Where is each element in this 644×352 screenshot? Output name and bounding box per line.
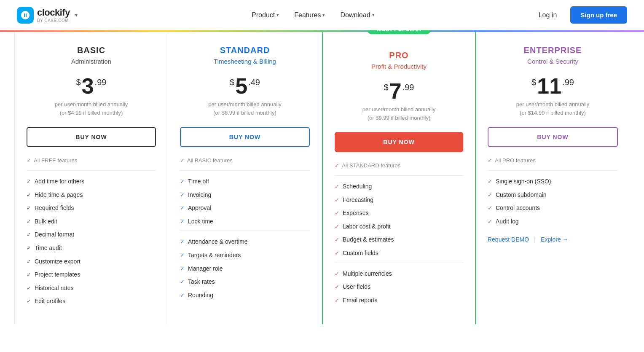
- explore-link[interactable]: Explore →: [541, 236, 568, 243]
- pro-price-main: 7: [389, 80, 402, 102]
- nav-download-label: Download: [340, 11, 370, 19]
- pro-feature-list1: ✓ Scheduling ✓ Forecasting ✓ Expenses ✓ …: [335, 183, 463, 258]
- basic-price-main: 3: [82, 75, 94, 97]
- main-content: BASIC Administration $ 3 .99 per user/mo…: [0, 32, 644, 341]
- pro-billing: per user/month billed annually (or $9.99…: [335, 105, 463, 122]
- list-item: ✓ Audit log: [488, 218, 618, 226]
- feature-label: Control accounts: [496, 204, 540, 212]
- enterprise-billing-line1: per user/month billed annually: [516, 101, 589, 107]
- list-item: ✓ Email reports: [335, 296, 463, 305]
- signup-button[interactable]: Sign up free: [570, 6, 627, 24]
- pro-includes-label: All STANDARD features: [342, 162, 400, 169]
- standard-billing-line2: (or $6.99 if billed monthly): [213, 110, 276, 116]
- list-item: ✓ Customize export: [27, 258, 156, 266]
- check-icon: ✓: [27, 204, 31, 212]
- check-icon: ✓: [180, 178, 185, 185]
- check-icon: ✓: [335, 297, 339, 304]
- enterprise-divider: [488, 170, 618, 171]
- list-item: ✓ Custom fields: [335, 249, 463, 258]
- standard-buy-button[interactable]: BUY NOW: [180, 127, 310, 147]
- list-item: ✓ Historical rates: [27, 284, 156, 293]
- feature-label: Customize export: [35, 258, 80, 266]
- list-item: ✓ Invoicing: [180, 191, 310, 199]
- enterprise-links: Request DEMO | Explore →: [488, 236, 618, 243]
- list-item: ✓ Add time for others: [27, 177, 156, 186]
- main-nav: Product ▾ Features ▾ Download ▾: [94, 8, 532, 22]
- nav-features[interactable]: Features ▾: [287, 8, 332, 22]
- list-item: ✓ User fields: [335, 283, 463, 291]
- list-item: ✓ Lock time: [180, 218, 310, 226]
- list-item: ✓ Bulk edit: [27, 218, 156, 226]
- basic-billing: per user/month billed annually (or $4.99…: [27, 100, 156, 117]
- basic-price-cents: .99: [95, 78, 107, 87]
- enterprise-buy-button[interactable]: BUY NOW: [488, 127, 618, 147]
- feature-label: Time audit: [35, 244, 62, 253]
- nav-product[interactable]: Product ▾: [245, 8, 286, 22]
- feature-label: Approval: [188, 204, 211, 212]
- standard-divider2: [180, 231, 310, 231]
- list-item: ✓ Hide time & pages: [27, 191, 156, 199]
- enterprise-plan-subtitle: Control & Security: [488, 58, 618, 65]
- list-item: ✓ Approval: [180, 204, 310, 212]
- logo[interactable]: clockify BY CAKE.COM ▾: [17, 7, 78, 24]
- basic-plan-name: BASIC: [27, 46, 156, 55]
- feature-label: Forecasting: [343, 196, 373, 204]
- list-item: ✓ Control accounts: [488, 204, 618, 212]
- basic-buy-button[interactable]: BUY NOW: [27, 127, 156, 147]
- pro-billing-line1: per user/month billed annually: [362, 106, 435, 113]
- standard-plan-subtitle: Timesheeting & Billing: [180, 58, 310, 65]
- pro-divider1: [335, 175, 463, 176]
- feature-label: Expenses: [343, 209, 368, 218]
- logo-chevron: ▾: [75, 12, 78, 18]
- check-icon: ✓: [488, 191, 492, 199]
- pro-plan-subtitle: Profit & Productivity: [335, 63, 463, 70]
- login-button[interactable]: Log in: [532, 8, 564, 22]
- check-icon: ✓: [335, 250, 339, 257]
- check-icon: ✓: [335, 283, 339, 291]
- check-icon: ✓: [335, 270, 339, 278]
- navbar-actions: Log in Sign up free: [532, 6, 627, 24]
- check-icon: ✓: [180, 238, 185, 246]
- enterprise-price-main: 11: [537, 75, 561, 97]
- list-item: ✓ Attendance & overtime: [180, 238, 310, 246]
- enterprise-billing: per user/month billed annually (or $14.9…: [488, 100, 618, 117]
- enterprise-feature-list: ✓ Single sign-on (SSO) ✓ Custom subdomai…: [488, 177, 618, 226]
- request-demo-link[interactable]: Request DEMO: [488, 236, 529, 243]
- check-icon: ✓: [180, 218, 185, 226]
- basic-billing-line1: per user/month billed annually: [55, 101, 128, 107]
- feature-label: Audit log: [496, 218, 518, 226]
- check-icon: ✓: [180, 204, 185, 212]
- pro-plan-name: PRO: [335, 51, 463, 60]
- check-icon: ✓: [27, 258, 31, 266]
- logo-sub: BY CAKE.COM: [37, 18, 70, 23]
- feature-label: Hide time & pages: [35, 191, 83, 199]
- nav-download-chevron: ▾: [372, 12, 375, 18]
- feature-label: Time off: [188, 177, 209, 186]
- pro-includes-check: ✓: [335, 162, 339, 169]
- enterprise-includes-check: ✓: [488, 157, 492, 164]
- feature-label: Task rates: [188, 278, 215, 286]
- basic-billing-line2: (or $4.99 if billed monthly): [60, 110, 123, 116]
- standard-price-cents: .49: [248, 78, 260, 87]
- logo-text-wrap: clockify BY CAKE.COM: [37, 7, 70, 23]
- list-item: ✓ Forecasting: [335, 196, 463, 204]
- standard-feature-list2: ✓ Attendance & overtime ✓ Targets & remi…: [180, 238, 310, 299]
- enterprise-price: $ 11 .99: [488, 75, 618, 97]
- list-item: ✓ Expenses: [335, 209, 463, 218]
- list-item: ✓ Labor cost & profit: [335, 223, 463, 231]
- feature-label: Single sign-on (SSO): [496, 177, 551, 186]
- pro-buy-button[interactable]: BUY NOW: [335, 132, 463, 152]
- feature-label: Targets & reminders: [188, 251, 241, 260]
- check-icon: ✓: [180, 292, 185, 299]
- standard-feature-list1: ✓ Time off ✓ Invoicing ✓ Approval ✓ Lock…: [180, 177, 310, 226]
- logo-icon: [17, 7, 34, 24]
- basic-dollar: $: [76, 78, 81, 87]
- check-icon: ✓: [335, 223, 339, 231]
- list-item: ✓ Decimal format: [27, 231, 156, 239]
- check-icon: ✓: [335, 183, 339, 191]
- list-item: ✓ Edit profiles: [27, 297, 156, 306]
- nav-download[interactable]: Download ▾: [333, 8, 381, 22]
- feature-label: Email reports: [343, 296, 377, 305]
- pro-price-cents: .99: [402, 83, 414, 92]
- basic-feature-list: ✓ Add time for others ✓ Hide time & page…: [27, 177, 156, 306]
